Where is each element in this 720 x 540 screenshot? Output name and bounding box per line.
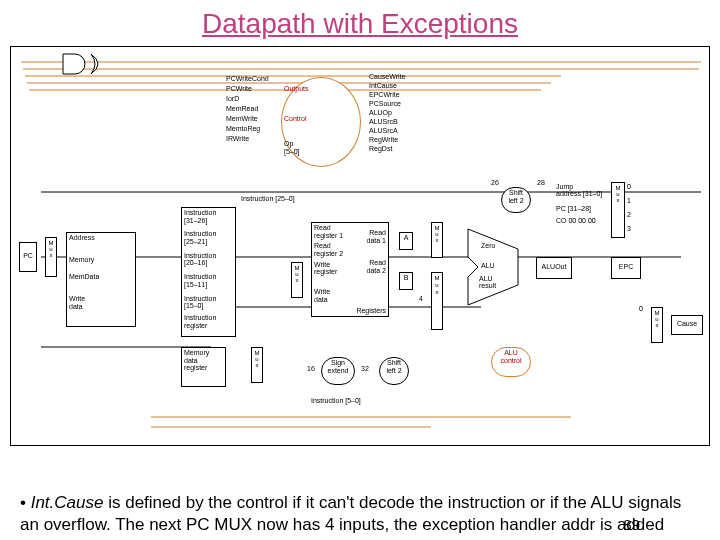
slide-title: Datapath with Exceptions (0, 8, 720, 40)
intcause-mux: M u x (651, 307, 663, 343)
sig-memread: MemRead (226, 105, 258, 112)
instruction-5-0: Instruction [5–0] (311, 397, 361, 404)
sig-intcause: IntCause (369, 82, 397, 89)
register-file: Read register 1 Read register 2 Write re… (311, 222, 389, 317)
sig-pcsource: PCSource (369, 100, 401, 107)
ir-field-15-0: Instruction [15–0] (184, 295, 233, 310)
ir-field-25-21: Instruction [25–21] (184, 230, 233, 245)
w16: 16 (307, 365, 315, 372)
rf-readreg2: Read register 2 (314, 242, 386, 257)
mem-data-port: MemData (69, 273, 133, 281)
page-number: 89 (623, 515, 640, 535)
w26: 26 (491, 179, 499, 186)
w32: 32 (361, 365, 369, 372)
epc-register: EPC (611, 257, 641, 279)
memory-block: Address Memory MemData Write data (66, 232, 136, 327)
control-label: Control (284, 115, 358, 123)
pc-register: PC (19, 242, 37, 272)
sig-pcwritecond: PCWriteCond (226, 75, 269, 82)
pcmux-3: 3 (627, 225, 631, 232)
alu-zero: Zero (481, 242, 495, 249)
regdst-mux: M u x (291, 262, 303, 298)
sig-alusrcb: ALUSrcB (369, 118, 398, 125)
control-unit: Outputs Control Op [5–0] (281, 77, 361, 167)
ir-field-31-26: Instruction [31–26] (184, 209, 233, 224)
ir-top-bus: Instruction [25–0] (241, 195, 295, 202)
rf-label: Registers (356, 307, 386, 315)
alusrca-mux: M u x (431, 222, 443, 258)
sig-memtoreg: MemtoReg (226, 125, 260, 132)
memtoreg-mux: M u x (251, 347, 263, 383)
const-four: 4 (419, 295, 423, 302)
sig-causewrite: CauseWrite (369, 73, 405, 80)
ir-label: Instruction register (184, 314, 233, 329)
rf-readdata1: Read data 1 (367, 229, 386, 244)
shiftleft2-top: Shift left 2 (501, 187, 531, 213)
sign-extend: Sign extend (321, 357, 355, 385)
sig-pcwrite: PCWrite (226, 85, 252, 92)
pcmux-2: 2 (627, 211, 631, 218)
outputs-label: Outputs (284, 85, 358, 93)
pc31-28: PC [31–28] (556, 205, 591, 212)
alu-control: ALU control (491, 347, 531, 377)
op-label: Op [5–0] (284, 140, 358, 155)
sig-regwrite: RegWrite (369, 136, 398, 143)
b-register: B (399, 272, 413, 290)
jump-address: Jump address [31–0] (556, 183, 602, 197)
rf-readdata2: Read data 2 (367, 259, 386, 274)
sig-iord: IorD (226, 95, 239, 102)
intcaus-em: Int.Cause (31, 493, 104, 512)
bullet-text: is defined by the control if it can't de… (20, 493, 681, 534)
sig-epcwrite: EPCWrite (369, 91, 400, 98)
pcmux-0: 0 (627, 183, 631, 190)
alusrcb-mux: M u x (431, 272, 443, 330)
instruction-register: Instruction [31–26] Instruction [25–21] … (181, 207, 236, 337)
slide-bullet: • Int.Cause is defined by the control if… (20, 492, 700, 536)
pcsource-mux: M u x (611, 182, 625, 238)
ir-field-20-16: Instruction [20–16] (184, 252, 233, 267)
alu-label: ALU (481, 262, 495, 269)
ir-field-15-11: Instruction [15–11] (184, 273, 233, 288)
aluout-register: ALUOut (536, 257, 572, 279)
sig-memwrite: MemWrite (226, 115, 258, 122)
alu-result: ALU result (479, 275, 496, 289)
shiftleft2-bottom: Shift left 2 (379, 357, 409, 385)
and-or-gates-icon (61, 52, 121, 82)
rf-writedata: Write data (314, 288, 386, 303)
iord-mux: M u x (45, 237, 57, 277)
mem-address-port: Address (69, 234, 133, 242)
sig-aluop: ALUOp (369, 109, 392, 116)
mem-writedata-port: Write data (69, 295, 133, 310)
datapath-diagram: Outputs Control Op [5–0] PCWriteCond PCW… (10, 46, 710, 446)
w28: 28 (537, 179, 545, 186)
a-register: A (399, 232, 413, 250)
pcmux-1: 1 (627, 197, 631, 204)
cause-register: Cause (671, 315, 703, 335)
co-addr: CO 00 00 00 (556, 217, 596, 224)
sig-regdst: RegDst (369, 145, 392, 152)
sig-irwrite: IRWrite (226, 135, 249, 142)
memory-label: Memory (69, 256, 133, 264)
memory-data-register: Memory data register (181, 347, 226, 387)
cause-mux-0: 0 (639, 305, 643, 312)
sig-alusrca: ALUSrcA (369, 127, 398, 134)
